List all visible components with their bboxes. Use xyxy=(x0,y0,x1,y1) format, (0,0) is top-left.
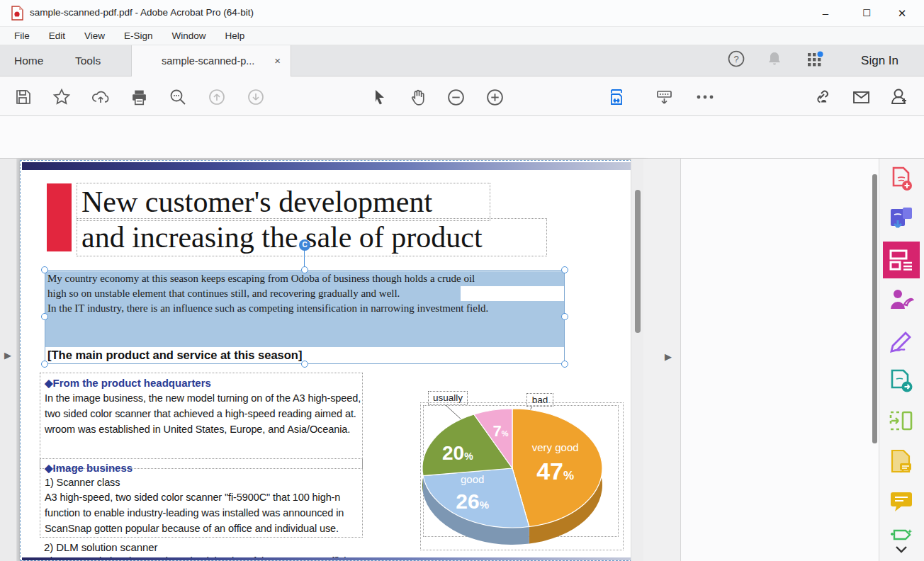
format-panel: FORMAT *Minion Pro-9418 ▾ 11.50 ▾ T T T … xyxy=(680,159,879,561)
minimize-button[interactable]: – xyxy=(809,0,842,26)
tab-document[interactable]: sample-scanned-p... × xyxy=(131,45,291,76)
svg-text:good: good xyxy=(461,473,484,485)
paragraph-line2: high so on unstable element that continu… xyxy=(47,288,400,300)
selection-handle[interactable] xyxy=(41,313,48,320)
star-icon[interactable] xyxy=(51,86,72,108)
heading-line1-box[interactable]: New customer's development xyxy=(77,183,490,221)
window-title: sample-scanned-pdf.pdf - Adobe Acrobat P… xyxy=(30,7,254,18)
section2-line1: A3 high-speed, two sided color scanner "… xyxy=(45,492,358,503)
tab-bar: Home Tools sample-scanned-p... × ? Sign … xyxy=(0,45,924,76)
menu-bar: File Edit View E-Sign Window Help xyxy=(0,27,924,45)
more-tools-ellipsis-icon[interactable] xyxy=(694,86,716,108)
section1-title: ◆From the product headquarters xyxy=(45,377,358,390)
apps-grid-icon[interactable] xyxy=(805,50,828,72)
previous-page-icon[interactable] xyxy=(206,86,227,108)
selection-handle[interactable] xyxy=(301,361,308,368)
section2-item1: 1) Scanner class xyxy=(45,477,358,488)
help-icon[interactable]: ? xyxy=(727,50,750,72)
zoom-in-icon[interactable] xyxy=(484,86,505,108)
document-scrollbar-thumb[interactable] xyxy=(635,190,641,333)
heading-line2-box[interactable]: and increasing the sale of product xyxy=(77,218,547,256)
sign-in-button[interactable]: Sign In xyxy=(851,45,908,76)
selection-handle[interactable] xyxy=(41,266,48,273)
export-share-pdf-icon[interactable] xyxy=(885,365,918,397)
request-esignatures-icon[interactable] xyxy=(885,283,918,316)
menu-view[interactable]: View xyxy=(84,30,105,41)
page-top-banner xyxy=(22,162,646,170)
select-tool-icon[interactable] xyxy=(369,86,390,108)
menu-file[interactable]: File xyxy=(14,30,30,41)
panel-gutter: ▶ xyxy=(643,159,680,561)
main-toolbar: / 1 78.3% ▾ ▾ xyxy=(0,76,924,116)
title-bar: sample-scanned-pdf.pdf - Adobe Acrobat P… xyxy=(0,0,924,27)
panel-scrollbar-thumb[interactable] xyxy=(872,174,877,443)
document-scrollbar[interactable] xyxy=(631,159,643,561)
save-icon[interactable] xyxy=(13,86,34,108)
search-icon[interactable] xyxy=(167,86,188,108)
export-pdf-icon[interactable] xyxy=(885,203,918,235)
pie-chart[interactable]: very good47%good26%20%7% xyxy=(417,405,630,561)
section1-line3: wroom was established in United States, … xyxy=(45,424,358,435)
section2-line2: function to enable industry-leading was … xyxy=(45,507,358,518)
page-comment-icon[interactable] xyxy=(885,446,918,478)
fill-and-sign-icon[interactable] xyxy=(885,324,918,357)
page-bottom-banner xyxy=(22,557,646,561)
selection-handle[interactable] xyxy=(41,361,48,368)
paragraph-line1: My country economy at this season keeps … xyxy=(47,273,475,285)
panel-collapse-icon[interactable]: ▶ xyxy=(665,351,672,362)
paragraph-line3: In the IT industry, there is an influenc… xyxy=(47,302,488,314)
section2-item2: 2) DLM solution scanner xyxy=(44,541,157,553)
close-window-button[interactable]: ✕ xyxy=(886,0,918,26)
menu-esign[interactable]: E-Sign xyxy=(124,30,153,41)
svg-text:very good: very good xyxy=(532,441,579,453)
share-with-people-icon[interactable] xyxy=(889,86,910,108)
next-page-icon[interactable] xyxy=(245,86,266,108)
notifications-bell-icon[interactable] xyxy=(765,50,788,72)
tab-close-icon[interactable]: × xyxy=(274,45,281,76)
heading-line2: and increasing the sale of product xyxy=(81,220,542,254)
scroll-mode-icon[interactable] xyxy=(653,86,675,108)
fit-width-icon[interactable] xyxy=(606,86,627,108)
create-pdf-icon[interactable] xyxy=(885,163,918,196)
menu-help[interactable]: Help xyxy=(225,30,245,41)
svg-text:?: ? xyxy=(733,54,738,64)
section1-line2: two sided color scanner that achieved a … xyxy=(45,408,358,419)
hand-tool-icon[interactable] xyxy=(407,86,429,108)
cloud-upload-icon[interactable] xyxy=(90,86,111,108)
pdf-page[interactable]: New customer's development and increasin… xyxy=(20,160,646,561)
section2-line3: ScanSnap gotten popular because of an of… xyxy=(45,523,358,534)
tab-home[interactable]: Home xyxy=(4,45,53,76)
rail-scroll-down-icon[interactable] xyxy=(885,543,918,557)
selection-handle[interactable] xyxy=(561,313,568,320)
zoom-out-icon[interactable] xyxy=(445,86,466,108)
subheading: [The main product and service at this se… xyxy=(47,348,302,362)
email-icon[interactable] xyxy=(850,86,872,108)
left-panel-strip: ▶ xyxy=(0,159,17,561)
section1-line1: In the image business, the new model tur… xyxy=(45,392,358,404)
share-link-icon[interactable] xyxy=(811,86,832,108)
tab-document-label: sample-scanned-p... xyxy=(162,55,254,67)
document-canvas: New customer's development and increasin… xyxy=(17,159,648,561)
heading-line1: New customer's development xyxy=(81,185,485,219)
menu-window[interactable]: Window xyxy=(172,30,206,41)
heading-red-block xyxy=(47,183,72,251)
selection-highlight xyxy=(45,316,564,347)
left-panel-expand-icon[interactable]: ▶ xyxy=(4,350,11,361)
tab-tools[interactable]: Tools xyxy=(65,45,111,76)
pie-callout-usually-label: usually xyxy=(433,392,463,403)
selection-handle[interactable] xyxy=(561,266,568,273)
section1-box[interactable]: ◆From the product headquarters In the im… xyxy=(40,373,363,469)
rotate-handle[interactable]: C xyxy=(299,239,310,251)
acrobat-file-icon xyxy=(11,6,23,21)
comment-bubble-icon[interactable] xyxy=(885,485,918,518)
maximize-button[interactable]: ☐ xyxy=(850,0,883,26)
edit-pdf-toolbar: Edit PDF Edit Add Text Add Image Link ▾ … xyxy=(0,116,924,159)
organize-pages-icon[interactable] xyxy=(885,404,918,437)
edit-pdf-rail-icon[interactable] xyxy=(885,244,918,276)
print-icon[interactable] xyxy=(128,86,150,108)
selected-text-block[interactable]: My country economy at this season keeps … xyxy=(45,270,565,364)
selection-handle[interactable] xyxy=(301,266,308,273)
menu-edit[interactable]: Edit xyxy=(49,30,65,41)
section2-box[interactable]: ◆Image business 1) Scanner class A3 high… xyxy=(40,458,363,538)
selection-handle[interactable] xyxy=(561,361,568,368)
